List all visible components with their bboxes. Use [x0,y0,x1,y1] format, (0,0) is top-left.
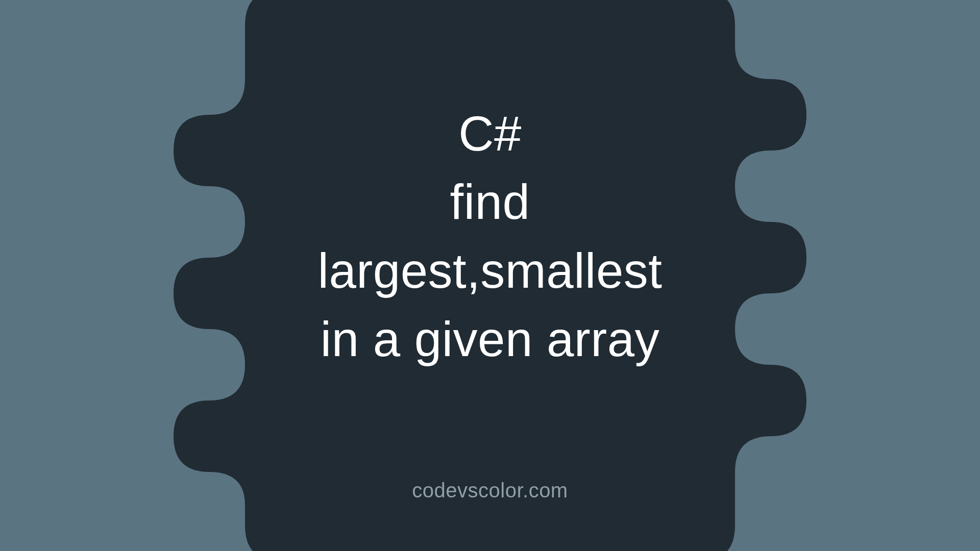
title-line-2: find [318,168,663,236]
footer-text: codevscolor.com [0,479,980,502]
title-line-4: in a given array [318,305,663,373]
title-line-1: C# [318,99,663,168]
content-area: C# find largest,smallest in a given arra… [0,0,980,551]
banner-card: C# find largest,smallest in a given arra… [0,0,980,551]
title-line-3: largest,smallest [318,237,663,305]
title-block: C# find largest,smallest in a given arra… [318,99,663,374]
